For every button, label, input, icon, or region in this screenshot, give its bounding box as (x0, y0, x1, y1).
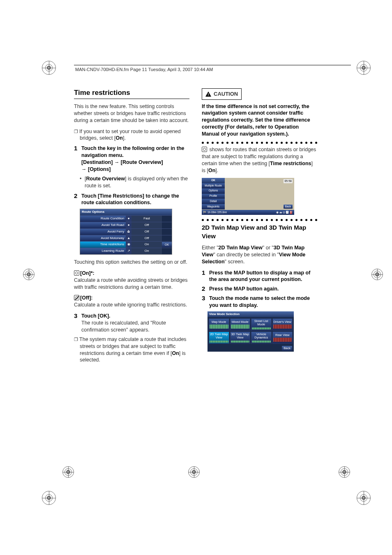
opt-avoid-ferry: Avoid Ferry (80, 229, 126, 235)
step-3: 3 Touch [OK]. The route is recalculated,… (74, 313, 189, 334)
s2-step-1: 1Press the MAP button to display a map o… (202, 269, 317, 283)
opt-route-condition: Route Condition (80, 216, 126, 222)
warning-icon: ! (205, 91, 211, 97)
opt-time-restrictions: Time restrictions (80, 242, 126, 248)
ok-button: OK (162, 242, 172, 247)
registration-mark-icon (371, 269, 383, 280)
view-drivers-view: Driver's View (272, 318, 293, 331)
off-option: [Off]: Calculate a route while ignoring … (74, 295, 189, 309)
arrow-icon: → (81, 166, 87, 172)
clock-off-icon (74, 295, 79, 300)
registration-mark-icon (62, 466, 74, 478)
map-multiple-route: Multiple Route (202, 183, 225, 189)
registration-mark-icon (23, 269, 35, 280)
view-3d-twin: 3D Twin Map View (230, 332, 251, 344)
step-number: 3 (74, 312, 77, 320)
step-number: 2 (74, 192, 77, 200)
map-status-bar: 🏁1h 09m 155.8mi◉ ⛰ ◎ 🅿 ⛽ (202, 210, 294, 215)
section-heading-time-restrictions: Time restrictions (74, 88, 189, 99)
map-detail: Detail (202, 199, 225, 204)
step-1: 1 Touch the key in the following order i… (74, 145, 189, 173)
view-back-button: Back (282, 346, 292, 351)
divider-dots (202, 142, 317, 144)
map-clock: 05:58 (284, 179, 293, 183)
registration-mark-icon (42, 61, 56, 75)
map-ok-button: OK (202, 178, 225, 183)
step-number: 1 (202, 269, 205, 277)
registration-mark-icon (357, 491, 371, 505)
s2-step-2: 2Press the MAP button again. (202, 286, 317, 292)
registration-mark-icon (42, 491, 56, 505)
note-on-selected: The system may calculate a route that in… (74, 336, 189, 364)
opt-avoid-toll: Avoid Toll Road (80, 222, 126, 228)
step-number: 3 (202, 294, 205, 302)
registration-mark-icon (357, 61, 371, 75)
note-avoid-bridges: If you want to set your route to avoid o… (74, 128, 189, 142)
view-mode-screenshot: View Mode Selection Map Mode Mixed Mode … (208, 311, 294, 352)
route-options-screenshot: Route Options Route Condition●Fast Avoid… (80, 209, 172, 255)
registration-mark-icon (339, 466, 350, 478)
caution-text: If the time difference is not set correc… (202, 103, 317, 138)
step-2: 2 Touch [Time Restrictions] to change th… (74, 193, 189, 207)
opt-learning-route: Learning Route (80, 248, 126, 254)
view-rear-view: Rear View (272, 332, 293, 344)
clock-icon (202, 147, 207, 152)
page-header: MAN-CNDV-700HD-EN.fm Page 11 Tuesday, Ap… (75, 67, 213, 72)
divider-dots (202, 219, 317, 221)
view-vehicle-dynamics: Vehicle Dynamics (251, 332, 272, 344)
view-street-list: Street List Mode (251, 318, 272, 331)
step-number: 2 (202, 285, 205, 293)
right-column: ! CAUTION If the time difference is not … (202, 88, 317, 367)
map-options: Options (202, 189, 225, 194)
on-option: [On]*: Calculate a route while avoiding … (74, 270, 189, 291)
caution-label: ! CAUTION (202, 88, 242, 100)
view-map-mode: Map Mode (209, 318, 229, 331)
view-mixed-mode: Mixed Mode (230, 318, 251, 331)
opt-avoid-motorway: Avoid Motorway (80, 235, 126, 242)
twin-map-intro: Either "2D Twin Map View" or "3D Twin Ma… (202, 244, 317, 265)
toggle-paragraph: Touching this option switches the settin… (74, 259, 189, 266)
step-1-path: [Destination] → [Route Overview] → [Opti… (81, 159, 163, 172)
step-number: 1 (74, 144, 77, 152)
map-back-button: Back (284, 205, 293, 209)
map-waypoints: Waypoints (202, 204, 225, 210)
view-2d-twin: 2D Twin Map View (209, 332, 229, 344)
screenshot-title: Route Options (80, 209, 172, 215)
header-rule (74, 65, 351, 65)
clock-icon (74, 270, 79, 276)
step-1-subnote: [Route Overview] is displayed only when … (74, 175, 189, 189)
registration-mark-icon (188, 466, 200, 478)
arrow-icon: → (114, 159, 120, 165)
restriction-icon-paragraph: shows for routes that contain streets or… (202, 146, 317, 174)
map-profile: Profile (202, 194, 225, 199)
left-column: Time restrictions This is the new featur… (74, 88, 189, 367)
screenshot-title: View Mode Selection (208, 311, 294, 317)
map-screenshot: OK Multiple Route Options Profile Detail… (202, 178, 294, 215)
s2-step-3: 3Touch the mode name to select the mode … (202, 295, 317, 309)
intro-paragraph: This is the new feature. This setting co… (74, 103, 189, 124)
svg-text:!: ! (208, 92, 209, 97)
section-heading-twin-map: 2D Twin Map View and 3D Twin Map View (202, 223, 317, 240)
